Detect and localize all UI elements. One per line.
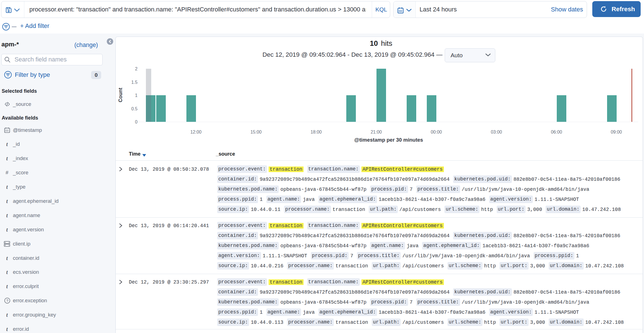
svg-text:?: ? xyxy=(6,299,8,303)
